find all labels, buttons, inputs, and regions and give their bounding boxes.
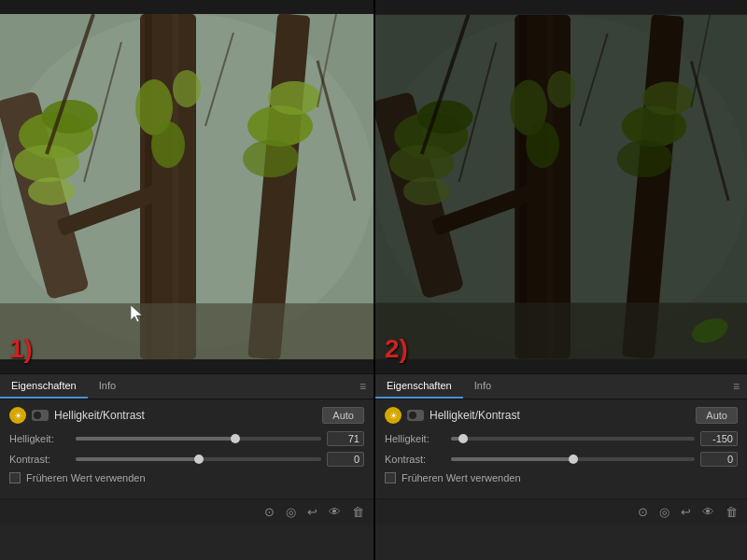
right-tab-eigenschaften[interactable]: Eigenschaften [375, 374, 463, 399]
right-toolbar: ⊙ ◎ ↩ 👁 🗑 [375, 498, 747, 525]
left-toolbar-delete-icon[interactable]: 🗑 [350, 503, 366, 521]
svg-point-12 [173, 70, 201, 107]
right-contrast-slider[interactable] [451, 457, 695, 461]
right-toolbar-clip-icon[interactable]: ⊙ [636, 503, 650, 521]
right-brightness-value[interactable] [700, 431, 738, 446]
left-toolbar: ⊙ ◎ ↩ 👁 🗑 [0, 498, 374, 525]
right-visibility-toggle[interactable] [407, 410, 424, 421]
left-properties-panel: Eigenschaften Info ≡ ☀ Helligkeit/Kontra… [0, 373, 374, 560]
left-tabs-row: Eigenschaften Info ≡ [0, 374, 374, 399]
right-tabs-row: Eigenschaften Info ≡ [375, 374, 747, 399]
right-toolbar-eye-icon[interactable]: 👁 [700, 503, 716, 521]
left-auto-button[interactable]: Auto [322, 407, 364, 424]
right-layer-header: ☀ Helligkeit/Kontrast Auto [385, 407, 738, 424]
left-panel-menu-icon[interactable]: ≡ [352, 376, 374, 397]
left-contrast-slider[interactable] [76, 457, 321, 461]
left-brightness-value[interactable] [327, 431, 364, 446]
right-auto-button[interactable]: Auto [696, 407, 738, 424]
svg-point-9 [42, 100, 98, 133]
right-checkbox-label: Früheren Wert verwenden [402, 472, 521, 483]
left-checkbox[interactable] [9, 472, 21, 483]
right-photo-area: 2) [375, 0, 747, 373]
right-tab-info[interactable]: Info [463, 374, 502, 399]
left-visibility-toggle[interactable] [32, 410, 49, 421]
left-brightness-slider[interactable] [76, 437, 321, 441]
svg-point-16 [268, 81, 320, 115]
left-panel-content: ☀ Helligkeit/Kontrast Auto Helligkeit: K… [0, 399, 374, 498]
svg-rect-23 [0, 303, 374, 359]
svg-point-17 [243, 140, 299, 177]
left-brightness-row: Helligkeit: [9, 431, 364, 446]
left-tab-info[interactable]: Info [88, 374, 127, 399]
right-checkbox-row: Früheren Wert verwenden [385, 472, 738, 483]
right-contrast-label: Kontrast: [385, 454, 445, 465]
left-toolbar-clip-icon[interactable]: ⊙ [262, 503, 276, 521]
left-toolbar-view-icon[interactable]: ◎ [284, 503, 298, 521]
right-brightness-icon: ☀ [385, 407, 402, 424]
right-brightness-label: Helligkeit: [385, 433, 445, 444]
left-checkbox-label: Früheren Wert verwenden [26, 472, 146, 483]
svg-rect-52 [375, 15, 747, 358]
left-contrast-value[interactable] [327, 452, 364, 467]
left-tab-eigenschaften[interactable]: Eigenschaften [0, 374, 88, 399]
svg-point-13 [151, 121, 185, 168]
left-tabs: Eigenschaften Info [0, 374, 127, 399]
right-panel-content: ☀ Helligkeit/Kontrast Auto Helligkeit: K… [375, 399, 747, 498]
right-toolbar-reset-icon[interactable]: ↩ [679, 503, 693, 521]
left-contrast-label: Kontrast: [9, 454, 70, 465]
right-contrast-value[interactable] [700, 452, 738, 467]
left-brightness-label: Helligkeit: [9, 433, 70, 444]
right-panel: 2) Eigenschaften Info ≡ ☀ Helligkeit/Kon… [374, 0, 747, 560]
right-tabs: Eigenschaften Info [375, 374, 502, 399]
right-checkbox[interactable] [385, 472, 396, 483]
right-toolbar-view-icon[interactable]: ◎ [657, 503, 671, 521]
left-checkbox-row: Früheren Wert verwenden [9, 472, 364, 483]
right-contrast-row: Kontrast: [385, 452, 738, 467]
left-toolbar-eye-icon[interactable]: 👁 [327, 503, 343, 521]
right-brightness-row: Helligkeit: [385, 431, 738, 446]
left-panel: 1) Eigenschaften Info ≡ ☀ Helligkeit/Kon… [0, 0, 374, 560]
left-layer-title: Helligkeit/Kontrast [54, 409, 317, 422]
right-toolbar-delete-icon[interactable]: 🗑 [724, 503, 740, 521]
left-layer-header: ☀ Helligkeit/Kontrast Auto [9, 407, 364, 424]
right-brightness-slider[interactable] [451, 437, 695, 441]
right-properties-panel: Eigenschaften Info ≡ ☀ Helligkeit/Kontra… [375, 373, 747, 560]
right-panel-menu-icon[interactable]: ≡ [726, 376, 747, 397]
svg-point-10 [28, 177, 75, 205]
left-toolbar-reset-icon[interactable]: ↩ [305, 503, 319, 521]
left-brightness-icon: ☀ [9, 407, 26, 424]
left-contrast-row: Kontrast: [9, 452, 364, 467]
right-layer-title: Helligkeit/Kontrast [430, 409, 690, 422]
left-photo-area: 1) [0, 0, 374, 373]
